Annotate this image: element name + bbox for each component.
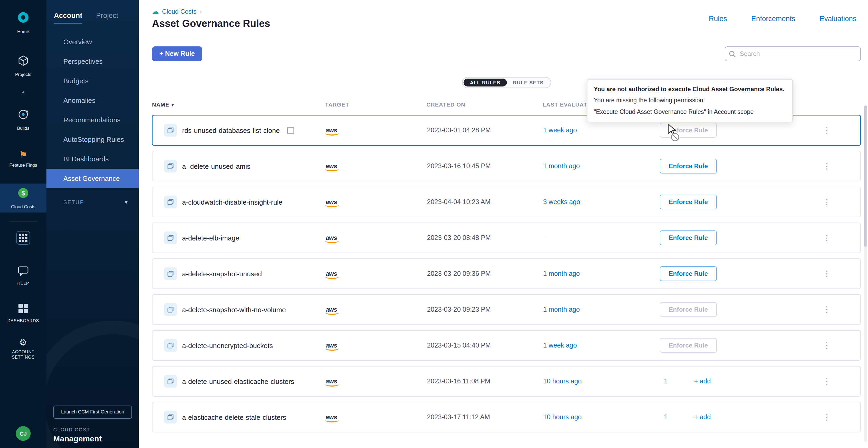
tooltip-line-3: "Execute Cloud Asset Governance Rules" i… <box>594 106 786 117</box>
enforce-rule-button[interactable]: Enforce Rule <box>660 338 717 353</box>
rule-name: a-delete-elb-image <box>182 234 239 242</box>
table-row[interactable]: a-delete-unused-elasticache-clusters aws… <box>152 366 861 397</box>
feature-flags-icon: ⚑ <box>19 150 27 160</box>
dashboards-icon <box>18 303 29 316</box>
user-avatar[interactable]: CJ <box>16 426 31 441</box>
new-rule-button[interactable]: + New Rule <box>152 46 202 61</box>
row-menu-button[interactable]: ⋮ <box>794 377 860 386</box>
created-on: 2023-03-16 10:45 PM <box>427 163 543 170</box>
rail-item-projects[interactable]: Projects <box>0 51 46 80</box>
aws-logo: aws <box>326 271 337 279</box>
table-row[interactable]: a-delete-unencrypted-buckets aws 2023-03… <box>152 330 861 361</box>
row-menu-button[interactable]: ⋮ <box>794 269 860 278</box>
rule-name: a-delete-snapshot-with-no-volume <box>182 306 286 313</box>
nav-link-evaluations[interactable]: Evaluations <box>819 15 857 23</box>
created-on: 2023-03-17 11:12 AM <box>427 413 543 421</box>
rail-label: Feature Flags <box>9 162 37 167</box>
module-grid-icon[interactable] <box>17 231 30 245</box>
last-evaluation-link[interactable]: 1 week ago <box>543 127 657 134</box>
scrollbar-thumb[interactable] <box>864 105 867 247</box>
row-menu-button[interactable]: ⋮ <box>794 126 860 135</box>
rule-icon <box>164 267 177 280</box>
enforce-rule-button[interactable]: Enforce Rule <box>660 123 717 138</box>
enforce-rule-button[interactable]: Enforce Rule <box>660 159 717 173</box>
enforce-rule-button[interactable]: Enforce Rule <box>660 231 717 245</box>
row-menu-button[interactable]: ⋮ <box>794 341 860 350</box>
aws-logo: aws <box>326 414 337 422</box>
row-menu-button[interactable]: ⋮ <box>794 161 860 171</box>
nav-link-enforcements[interactable]: Enforcements <box>751 15 796 23</box>
page-title: Asset Governance Rules <box>152 18 270 30</box>
product-title: Management <box>53 434 132 443</box>
enforce-rule-button[interactable]: Enforce Rule <box>660 266 717 281</box>
rail-label: ACCOUNT SETTINGS <box>1 350 45 360</box>
tab-project[interactable]: Project <box>96 11 118 24</box>
last-evaluation-link[interactable]: 10 hours ago <box>543 413 657 421</box>
last-evaluation-link[interactable]: 3 weeks ago <box>543 198 657 206</box>
rail-item-account-settings[interactable]: ⚙ ACCOUNT SETTINGS <box>0 335 46 363</box>
setup-section-toggle[interactable]: SETUP ▾ <box>46 199 139 206</box>
header-nav-links: Rules Enforcements Evaluations <box>709 15 857 23</box>
sidebar-item-anomalies[interactable]: Anomalies <box>46 91 139 110</box>
enforce-rule-button[interactable]: Enforce Rule <box>660 302 717 317</box>
last-evaluation-link[interactable]: 1 month ago <box>543 163 657 170</box>
search-input[interactable] <box>724 46 861 61</box>
row-menu-button[interactable]: ⋮ <box>794 233 860 243</box>
tab-rule-sets[interactable]: RULE SETS <box>507 78 550 87</box>
table-row[interactable]: a-delete-snapshot-with-no-volume aws 202… <box>152 294 861 325</box>
tooltip-line-1: You are not authorized to execute Cloud … <box>594 84 786 95</box>
last-evaluation-link[interactable]: 1 month ago <box>543 270 657 277</box>
sidebar-item-recommendations[interactable]: Recommendations <box>46 110 139 130</box>
rail-item-builds[interactable]: Builds <box>0 105 46 134</box>
rule-icon <box>164 411 177 423</box>
sidebar-item-autostopping-rules[interactable]: AutoStopping Rules <box>46 130 139 149</box>
column-header-name[interactable]: NAME▾ <box>152 101 325 108</box>
rail-item-cloud-costs[interactable]: $ Cloud Costs <box>0 183 46 212</box>
last-evaluation-link[interactable]: 10 hours ago <box>543 378 657 385</box>
table-row[interactable]: a-delete-elb-image aws 2023-03-20 08:48 … <box>152 222 861 253</box>
table-row[interactable]: a-cloudwatch-disable-insight-rule aws 20… <box>152 187 861 217</box>
row-menu-button[interactable]: ⋮ <box>794 305 860 314</box>
tab-account[interactable]: Account <box>54 11 82 24</box>
nav-link-rules[interactable]: Rules <box>709 15 727 23</box>
rule-name: a-delete-unencrypted-buckets <box>182 342 273 349</box>
sidebar-item-budgets[interactable]: Budgets <box>46 71 139 91</box>
enforcement-count: 1 <box>660 413 668 421</box>
sidebar-item-overview[interactable]: Overview <box>46 32 139 52</box>
projects-cube-icon <box>17 54 30 69</box>
table-row[interactable]: a-delete-snapshot-unused aws 2023-03-20 … <box>152 259 861 289</box>
row-checkbox[interactable] <box>287 127 294 134</box>
table-row[interactable]: a- delete-unused-amis aws 2023-03-16 10:… <box>152 151 861 181</box>
add-enforcement-link[interactable]: + add <box>694 378 711 385</box>
rule-icon <box>164 196 177 208</box>
rail-item-dashboards[interactable]: DASHBOARDS <box>0 300 46 326</box>
enforce-rule-button[interactable]: Enforce Rule <box>660 195 717 209</box>
aws-logo: aws <box>326 163 337 171</box>
rail-item-home[interactable]: Home <box>0 7 46 37</box>
sidebar-item-bi-dashboards[interactable]: BI Dashboards <box>46 149 139 169</box>
last-evaluation-link[interactable]: 1 month ago <box>543 306 657 313</box>
collapse-chevron-icon[interactable]: ▴ <box>22 89 25 95</box>
table-row[interactable]: a-elasticache-delete-stale-clusters aws … <box>152 402 861 433</box>
launch-ccm-first-gen-button[interactable]: Launch CCM First Generation <box>53 406 132 418</box>
rule-icon <box>164 160 177 172</box>
last-evaluation-link[interactable]: 1 week ago <box>543 342 657 349</box>
breadcrumb-cloud-costs-link[interactable]: Cloud Costs <box>162 8 196 15</box>
rule-name: a-delete-snapshot-unused <box>182 270 262 278</box>
add-enforcement-link[interactable]: + add <box>694 413 711 421</box>
breadcrumb-separator: › <box>200 8 202 15</box>
aws-logo: aws <box>326 342 337 351</box>
rail-divider <box>9 221 37 221</box>
rail-item-feature-flags[interactable]: ⚑ Feature Flags <box>0 147 46 171</box>
created-on: 2023-03-15 04:40 PM <box>427 342 543 349</box>
tab-all-rules[interactable]: ALL RULES <box>464 78 507 87</box>
vertical-scrollbar[interactable] <box>864 105 867 442</box>
sidebar-item-asset-governance[interactable]: Asset Governance <box>46 169 139 188</box>
created-on: 2023-03-01 04:28 PM <box>427 127 543 134</box>
last-evaluation-link[interactable]: - <box>543 234 657 242</box>
sidebar-footer: Launch CCM First Generation CLOUD COST M… <box>46 406 139 443</box>
row-menu-button[interactable]: ⋮ <box>794 412 860 422</box>
row-menu-button[interactable]: ⋮ <box>794 197 860 207</box>
rail-item-help[interactable]: HELP <box>0 263 46 289</box>
sidebar-item-perspectives[interactable]: Perspectives <box>46 52 139 71</box>
